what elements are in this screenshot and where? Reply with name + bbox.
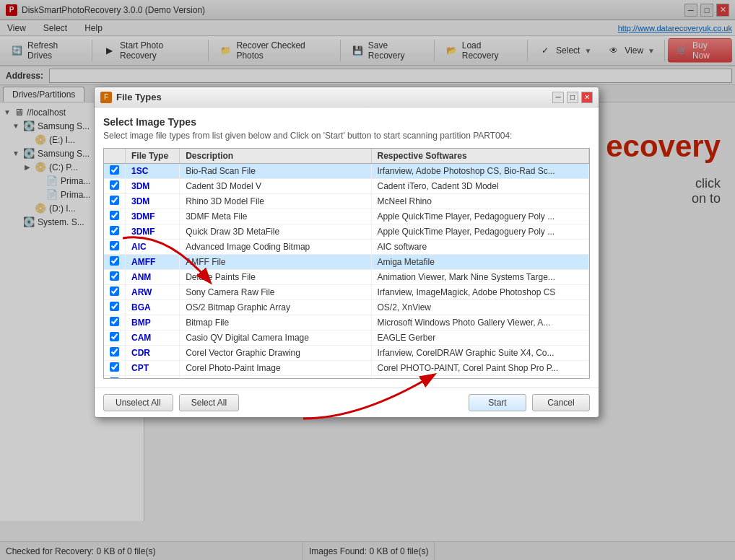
modal-heading: Select Image Types <box>103 116 590 128</box>
modal-controls: ─ □ ✕ <box>552 92 593 103</box>
cancel-button[interactable]: Cancel <box>532 394 590 411</box>
row-checkbox-cell[interactable] <box>104 240 126 255</box>
row-checkbox[interactable] <box>110 377 119 379</box>
row-description: Cadent 3D Model V <box>180 179 371 194</box>
row-description: AMFF File <box>180 255 371 270</box>
table-row: 1SC Bio-Rad Scan File Irfanview, Adobe P… <box>104 164 589 179</box>
modal-title: File Types <box>116 92 162 102</box>
row-checkbox-cell[interactable] <box>104 361 126 376</box>
row-file-type: CPT <box>126 376 180 380</box>
row-software: Amiga Metafile <box>371 255 589 270</box>
file-types-table-container[interactable]: File Type Description Respective Softwar… <box>103 148 590 379</box>
row-description: Sony Camera Raw File <box>180 285 371 300</box>
table-row: CAM Casio QV Digital Camera Image EAGLE … <box>104 331 589 346</box>
row-checkbox-cell[interactable] <box>104 209 126 224</box>
table-row: 3DMF Quick Draw 3D MetaFile Apple QuickT… <box>104 224 589 240</box>
row-software: Apple QuickTime Player, Pedagoguery Poly… <box>371 209 589 224</box>
table-row: BGA OS/2 Bitmap Graphic Array OS/2, XnVi… <box>104 300 589 315</box>
modal-maximize-button[interactable]: □ <box>567 92 578 103</box>
table-row: ARW Sony Camera Raw File Irfanview, Imag… <box>104 285 589 300</box>
row-description: Casio QV Digital Camera Image <box>180 331 371 346</box>
row-file-type: 3DMF <box>126 224 180 240</box>
row-software: Irfanview, Adobe Photoshop CS, Bio-Rad S… <box>371 164 589 179</box>
modal-footer-right: Start Cancel <box>469 394 590 411</box>
col-description: Description <box>180 149 371 164</box>
row-description: Corel Vector Graphic Drawing <box>180 346 371 361</box>
col-file-type: File Type <box>126 149 180 164</box>
row-checkbox[interactable] <box>110 196 119 205</box>
row-checkbox[interactable] <box>110 302 119 311</box>
row-file-type: CPT <box>126 361 180 376</box>
row-checkbox[interactable] <box>110 362 119 372</box>
row-file-type: 3DM <box>126 179 180 194</box>
row-checkbox[interactable] <box>110 317 119 326</box>
row-checkbox[interactable] <box>110 332 119 341</box>
row-description: Photo-Paint Image File <box>180 376 371 380</box>
row-description: Deluxe Paints File <box>180 270 371 285</box>
row-checkbox-cell[interactable] <box>104 224 126 240</box>
row-checkbox[interactable] <box>110 211 119 220</box>
row-checkbox[interactable] <box>110 165 119 175</box>
row-checkbox[interactable] <box>110 241 119 250</box>
row-software: Apple QuickTime Player, Pedagoguery Poly… <box>371 224 589 240</box>
table-row: 3DMF 3DMF Meta File Apple QuickTime Play… <box>104 209 589 224</box>
modal-close-button[interactable]: ✕ <box>581 92 593 103</box>
row-file-type: ANM <box>126 270 180 285</box>
row-checkbox[interactable] <box>110 271 119 281</box>
row-description: Rhino 3D Model File <box>180 194 371 209</box>
col-software: Respective Softwares <box>371 149 589 164</box>
row-software: OS/2, XnView <box>371 300 589 315</box>
row-checkbox-cell[interactable] <box>104 270 126 285</box>
table-row: CDR Corel Vector Graphic Drawing Irfanvi… <box>104 346 589 361</box>
row-description: Bio-Rad Scan File <box>180 164 371 179</box>
file-types-modal: F File Types ─ □ ✕ Select Image Types Se… <box>94 87 599 418</box>
modal-subtext: Select image file types from list given … <box>103 131 590 141</box>
table-row: 3DM Rhino 3D Model File McNeel Rhino <box>104 194 589 209</box>
row-file-type: 1SC <box>126 164 180 179</box>
unselect-all-button[interactable]: Unselect All <box>103 394 173 411</box>
modal-footer-left: Unselect All Select All <box>103 394 239 411</box>
row-checkbox-cell[interactable] <box>104 376 126 380</box>
modal-title-bar: F File Types ─ □ ✕ <box>95 87 599 108</box>
table-row: BMP Bitmap File Microsoft Windows Photo … <box>104 315 589 331</box>
row-checkbox-cell[interactable] <box>104 164 126 179</box>
modal-minimize-button[interactable]: ─ <box>552 92 564 103</box>
row-description: Corel Photo-Paint Image <box>180 361 371 376</box>
row-software: Cadent iTero, Cadent 3D Model <box>371 179 589 194</box>
row-file-type: BGA <box>126 300 180 315</box>
row-description: OS/2 Bitmap Graphic Array <box>180 300 371 315</box>
row-software: Microsoft Windows Photo Gallery Viewer, … <box>371 315 589 331</box>
row-checkbox-cell[interactable] <box>104 285 126 300</box>
row-checkbox-cell[interactable] <box>104 255 126 270</box>
row-checkbox[interactable] <box>110 180 119 190</box>
row-file-type: ARW <box>126 285 180 300</box>
row-software: McNeel Rhino <box>371 194 589 209</box>
row-file-type: 3DMF <box>126 209 180 224</box>
row-software: Corel PHOTO-PAINT, Corel Paint Shop Pro … <box>371 376 589 380</box>
row-checkbox-cell[interactable] <box>104 194 126 209</box>
row-software: Irfanview, ImageMagick, Adobe Photoshop … <box>371 285 589 300</box>
row-file-type: CDR <box>126 346 180 361</box>
row-software: Corel PHOTO-PAINT, Corel Paint Shop Pro … <box>371 361 589 376</box>
modal-content: Select Image Types Select image file typ… <box>95 108 599 388</box>
row-software: EAGLE Gerber <box>371 331 589 346</box>
row-checkbox[interactable] <box>110 286 119 296</box>
row-checkbox-cell[interactable] <box>104 300 126 315</box>
row-file-type: AIC <box>126 240 180 255</box>
row-checkbox-cell[interactable] <box>104 315 126 331</box>
file-types-table: File Type Description Respective Softwar… <box>104 149 589 379</box>
row-checkbox-cell[interactable] <box>104 331 126 346</box>
row-checkbox[interactable] <box>110 226 119 235</box>
row-description: Advanced Image Coding Bitmap <box>180 240 371 255</box>
modal-icon: F <box>100 92 112 103</box>
row-description: Bitmap File <box>180 315 371 331</box>
row-checkbox-cell[interactable] <box>104 179 126 194</box>
row-description: Quick Draw 3D MetaFile <box>180 224 371 240</box>
start-button[interactable]: Start <box>469 394 526 411</box>
row-checkbox-cell[interactable] <box>104 346 126 361</box>
select-all-button[interactable]: Select All <box>179 394 239 411</box>
row-checkbox[interactable] <box>110 347 119 356</box>
table-row: 3DM Cadent 3D Model V Cadent iTero, Cade… <box>104 179 589 194</box>
row-software: Animation Viewer, Mark Nine Systems Targ… <box>371 270 589 285</box>
row-checkbox[interactable] <box>110 256 119 266</box>
